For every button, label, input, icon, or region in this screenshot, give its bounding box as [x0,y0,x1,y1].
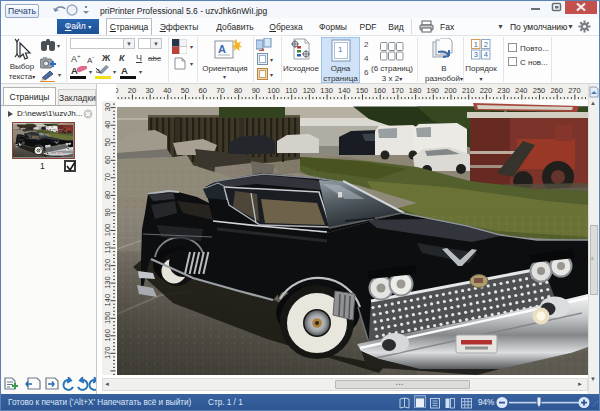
svg-text:1: 1 [338,45,343,54]
svg-text:70: 70 [216,86,224,95]
svg-text:a: a [96,67,100,74]
svg-text:80: 80 [103,191,112,199]
svg-text:150: 150 [103,312,112,325]
svg-text:210: 210 [462,86,475,95]
svg-text:3: 3 [474,50,478,59]
svg-text:160: 160 [373,86,386,95]
svg-text:130: 130 [320,86,333,95]
svg-text:120: 120 [303,86,316,95]
svg-text:140: 140 [338,86,351,95]
svg-text:100: 100 [103,224,112,237]
svg-text:40: 40 [103,121,112,129]
svg-text:150: 150 [356,86,369,95]
svg-text:170: 170 [103,347,112,360]
svg-text:140: 140 [103,294,112,307]
svg-text:100: 100 [267,86,280,95]
svg-text:1: 1 [474,40,478,49]
svg-text:20: 20 [128,86,136,95]
svg-text:40: 40 [163,86,171,95]
svg-text:90: 90 [103,208,112,216]
svg-text:30: 30 [145,86,153,95]
svg-text:130: 130 [103,276,112,289]
svg-text:110: 110 [103,242,112,254]
svg-text:180: 180 [409,86,422,95]
svg-text:120: 120 [103,259,112,272]
svg-text:230: 230 [497,86,510,95]
svg-text:70: 70 [103,173,112,181]
svg-text:60: 60 [199,86,207,95]
svg-text:60: 60 [103,156,112,164]
svg-text:90: 90 [252,86,260,95]
svg-text:50: 50 [103,138,112,146]
svg-text:190: 190 [427,86,440,95]
svg-text:2: 2 [484,40,488,49]
svg-text:170: 170 [391,86,404,95]
svg-text:4: 4 [484,50,488,59]
svg-text:270: 270 [568,86,581,95]
svg-text:110: 110 [285,86,297,95]
svg-text:160: 160 [103,329,112,342]
svg-text:250: 250 [533,86,546,95]
svg-text:10: 10 [116,86,118,95]
svg-text:260: 260 [550,86,563,95]
svg-text:A: A [218,43,226,55]
svg-text:80: 80 [234,86,242,95]
svg-text:240: 240 [515,86,528,95]
svg-text:30: 30 [103,103,112,111]
svg-text:50: 50 [181,86,189,95]
svg-text:200: 200 [444,86,457,95]
svg-text:220: 220 [480,86,493,95]
